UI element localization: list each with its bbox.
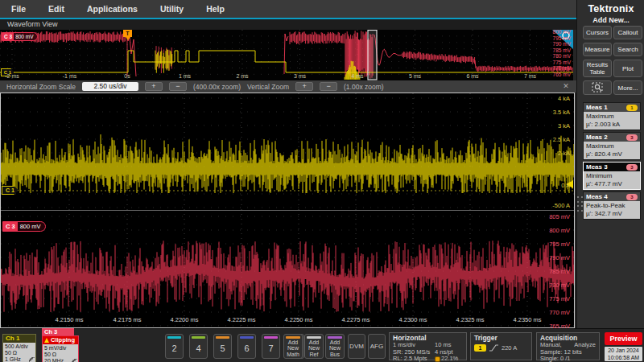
axis-label: 785 mV <box>553 47 571 53</box>
meas-source-badge: 3 <box>626 134 638 141</box>
overview-plot[interactable] <box>0 30 573 80</box>
zoom-select-button[interactable] <box>583 80 612 95</box>
h-recordlength: RL: 2.5 Mpts <box>393 356 435 362</box>
channel-color-strip <box>264 336 278 339</box>
more-button[interactable]: More... <box>613 80 642 95</box>
channel-2-button[interactable]: 2 <box>165 334 184 359</box>
zoom-select-icon <box>592 82 604 93</box>
meas-name: Meas 3 <box>586 163 608 171</box>
meas-1-card[interactable]: Meas 1 1 Maximum µ': 2.003 kA <box>583 102 641 130</box>
v-zoom-label: Vertical Zoom <box>247 83 289 91</box>
waveform-overview[interactable]: C 3 800 mV C 1 T -2 ms-1 ms0s1 ms2 ms3 m… <box>0 30 573 80</box>
h-zoom-scale-input[interactable]: 2.50 us/div <box>82 82 138 91</box>
menu-edit[interactable]: Edit <box>48 4 64 14</box>
ch3-clipping: Clipping <box>51 336 75 344</box>
axis-label: 3 ms <box>294 73 306 79</box>
ch1-scale: 500 A/div <box>5 343 34 350</box>
axis-label: 3 kA <box>558 122 570 130</box>
meas-source-badge: 3 <box>626 164 638 171</box>
axis-label: 4.2175 ms <box>113 316 141 323</box>
ch3-scale: 5 mV/div <box>44 345 76 352</box>
axis-label: 4 ms <box>351 73 363 79</box>
menu-applications[interactable]: Applications <box>87 4 138 14</box>
zoom-scale-bar: Horizontal Zoom Scale 2.50 us/div + − (4… <box>0 80 576 93</box>
axis-label: 5 ms <box>409 73 421 79</box>
meas-type: Maximum <box>586 142 638 150</box>
tektronix-logo: Tektronix <box>577 3 644 14</box>
ch3-label: C 3 <box>2 33 14 40</box>
axis-label: 7 ms <box>524 73 536 79</box>
axis-label: 4.2275 ms <box>341 316 369 323</box>
callout-button[interactable]: Callout <box>613 26 642 39</box>
h-zoom-plus-button[interactable]: + <box>145 82 163 91</box>
axis-label: 4.2325 ms <box>456 316 484 323</box>
menu-help[interactable]: Help <box>206 4 225 14</box>
channel-color-strip <box>240 336 254 339</box>
preview-button[interactable]: Preview <box>605 332 642 345</box>
results-table-button[interactable]: Results Table <box>583 60 612 77</box>
ch1-impedance: 50 Ω <box>5 350 34 356</box>
channel-4-button[interactable]: 4 <box>189 334 208 359</box>
add-new-math-button[interactable]: Add New Math <box>283 334 303 359</box>
plot-button[interactable]: Plot <box>613 60 642 77</box>
trigger-panel[interactable]: Trigger 1 220 A <box>470 332 532 360</box>
h-zoom-label: Horizontal Zoom Scale <box>6 83 76 91</box>
main-ch3-badge[interactable]: C 3 800 mV <box>2 221 46 232</box>
ch1-name: Ch 1 <box>3 335 35 343</box>
meas-value: µ': 820.4 mV <box>586 150 638 158</box>
zoom-close-button[interactable]: ✕ <box>560 81 572 92</box>
main-plot[interactable] <box>1 93 574 327</box>
rising-edge-icon <box>489 343 499 352</box>
meas-type: Maximum <box>586 113 638 121</box>
channel-5-button[interactable]: 5 <box>213 334 232 359</box>
axis-label: -1 ms <box>63 73 77 79</box>
afg-button[interactable]: AFG <box>368 334 386 359</box>
v-zoom-plus-button[interactable]: + <box>295 82 313 91</box>
h-zoom-minus-button[interactable]: − <box>169 82 187 91</box>
measure-button[interactable]: Measure <box>583 43 612 56</box>
axis-label: 4 kA <box>558 95 570 102</box>
zoomed-waveform-view[interactable]: C 1 C 3 800 mV 4 kA3.5 kA3 kA2.5 kA2 kA0… <box>0 93 575 328</box>
axis-label: 2 kA <box>558 150 570 157</box>
v-zoom-minus-button[interactable]: − <box>320 82 337 91</box>
meas-3-card[interactable]: Meas 3 3 Minimum µ': 477.7 mV <box>583 162 641 190</box>
date: 20 Jan 2024 <box>605 348 642 355</box>
meas-type: Minimum <box>586 172 638 180</box>
axis-label: 795 mV <box>553 35 571 41</box>
ch1-badge[interactable]: Ch 1 500 A/div 50 Ω 1 GHz <box>2 334 36 362</box>
meas-2-card[interactable]: Meas 2 3 Maximum µ': 820.4 mV <box>583 132 641 160</box>
channel-color-strip <box>216 336 229 339</box>
meas-4-card[interactable]: Meas 4 3 Peak-to-Peak µ': 342.7 mV <box>583 191 641 220</box>
axis-label: 795 mV <box>549 241 570 248</box>
axis-label: 775 mV <box>549 295 570 302</box>
datetime-badge[interactable]: 20 Jan 2024 10:06:58 AM <box>605 347 642 361</box>
add-new-bus-button[interactable]: Add New Bus <box>325 334 345 359</box>
axis-label: 800 mV <box>549 227 570 234</box>
overview-ch3-badge[interactable]: C 3 800 mV <box>2 32 38 41</box>
ch3-tab[interactable]: Ch 3 <box>42 328 74 335</box>
menu-file[interactable]: File <box>11 4 26 14</box>
acq-single: Single: 0 /1 <box>537 356 599 362</box>
h-position: 22.1% <box>441 356 458 362</box>
results-sidebar: Tektronix Add New... Cursors Callout Mea… <box>576 0 644 328</box>
meas-source-badge: 3 <box>626 194 638 200</box>
trigger-title: Trigger <box>471 333 531 342</box>
panel-splitter-handle[interactable] <box>577 196 583 212</box>
channel-6-button[interactable]: 6 <box>237 334 256 359</box>
meas-name: Meas 2 <box>586 134 608 141</box>
dvm-button[interactable]: DVM <box>348 334 365 359</box>
acquisition-panel[interactable]: Acquisition Manual,Analyze Sample: 12 bi… <box>536 332 600 360</box>
axis-label: 805 mV <box>549 213 570 220</box>
channel-7-button[interactable]: 7 <box>262 334 280 359</box>
add-new-ref-button[interactable]: Add New Ref <box>304 334 324 359</box>
tab-waveform-view[interactable]: Waveform View <box>0 19 576 30</box>
ch3-badge[interactable]: Clipping 5 mV/div 50 Ω 20 MHz <box>42 335 79 362</box>
horizontal-panel[interactable]: Horizontal 1 ms/div10 ms SR: 250 MS/s4 n… <box>389 332 467 360</box>
v-zoom-factor: (1.00x zoom) <box>344 83 384 91</box>
cursors-button[interactable]: Cursors <box>583 26 612 39</box>
axis-label: 3.5 kA <box>553 109 570 116</box>
time: 10:06:58 AM <box>605 355 642 362</box>
menu-utility[interactable]: Utility <box>160 4 184 14</box>
trigger-position-marker[interactable]: T <box>123 30 132 37</box>
search-button[interactable]: Search <box>613 43 642 56</box>
